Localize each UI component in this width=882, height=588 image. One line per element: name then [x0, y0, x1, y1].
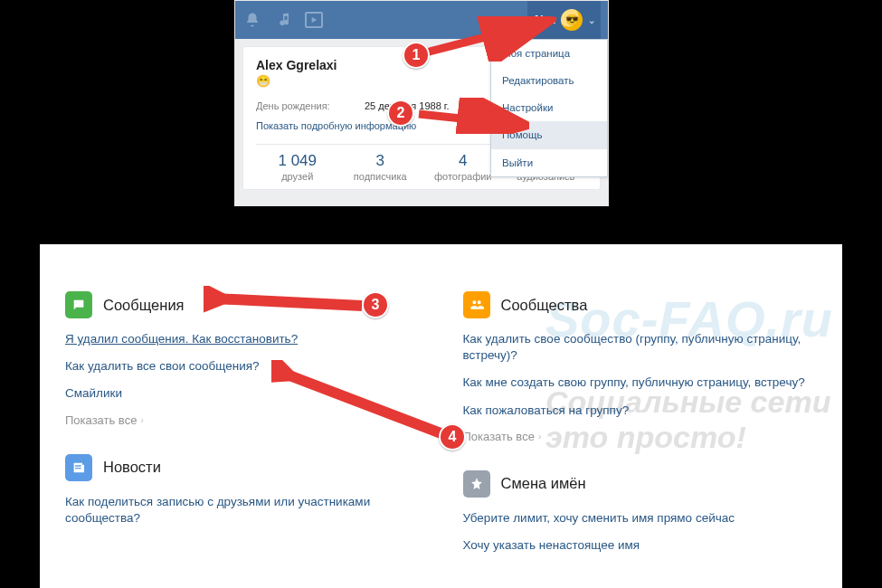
communities-link-3[interactable]: Как пожаловаться на группу? — [463, 403, 825, 419]
names-link-1[interactable]: Уберите лимит, хочу сменить имя прямо се… — [463, 510, 825, 526]
dropdown-my-page[interactable]: Моя страница — [491, 40, 607, 67]
chevron-right-icon: › — [140, 415, 143, 425]
messages-link-1[interactable]: Я удалил сообщения. Как восстановить? — [65, 331, 427, 347]
communities-link-2[interactable]: Как мне создать свою группу, публичную с… — [463, 375, 825, 391]
chevron-right-icon: › — [538, 432, 541, 441]
help-panel: Soc-FAQ.ru Социальные сети это просто! С… — [40, 244, 842, 588]
messages-link-3[interactable]: Смайлики — [65, 385, 427, 402]
annotation-badge-2: 2 — [387, 100, 414, 127]
annotation-badge-1: 1 — [403, 42, 430, 69]
names-link-2[interactable]: Хочу указать ненастоящее имя — [463, 537, 825, 554]
stat-friends[interactable]: 1 049 друзей — [256, 152, 339, 182]
vk-top-bar: Alex 😎 ⌄ — [235, 1, 608, 39]
user-menu-trigger[interactable]: Alex 😎 ⌄ — [527, 1, 601, 39]
user-name: Alex — [533, 14, 555, 26]
user-dropdown: Моя страница Редактировать Настройки Пом… — [490, 39, 608, 177]
news-icon — [65, 454, 92, 481]
communities-show-all[interactable]: Показать все› — [463, 430, 825, 443]
communities-icon — [463, 291, 490, 318]
dropdown-logout[interactable]: Выйти — [491, 149, 607, 176]
messages-link-2[interactable]: Как удалить все свои сообщения? — [65, 358, 427, 375]
category-names-title: Смена имён — [501, 475, 586, 492]
category-messages-title: Сообщения — [103, 297, 185, 314]
category-news-title: Новости — [103, 459, 161, 476]
news-link-1[interactable]: Как поделиться записью с друзьями или уч… — [65, 494, 427, 526]
annotation-badge-4: 4 — [439, 423, 466, 450]
video-play-icon[interactable] — [304, 10, 324, 30]
messages-show-all[interactable]: Показать все› — [65, 413, 427, 427]
avatar: 😎 — [561, 9, 583, 31]
dropdown-settings[interactable]: Настройки — [491, 94, 607, 121]
category-communities-header: Сообщества — [463, 291, 825, 318]
messages-icon — [65, 291, 92, 318]
music-icon[interactable] — [273, 10, 293, 30]
stat-followers[interactable]: 3 подписчика — [339, 152, 422, 182]
chevron-down-icon: ⌄ — [588, 15, 595, 25]
star-icon — [463, 470, 490, 498]
vk-profile-panel: Alex 😎 ⌄ Alex Ggrelaxi 😁 День рождения: … — [234, 0, 609, 206]
category-communities-title: Сообщества — [501, 297, 588, 314]
notifications-icon[interactable] — [242, 10, 262, 30]
annotation-badge-3: 3 — [362, 291, 389, 318]
category-names-header: Смена имён — [463, 470, 825, 498]
category-news-header: Новости — [65, 454, 427, 481]
birthday-label: День рождения: — [256, 100, 365, 111]
dropdown-edit[interactable]: Редактировать — [491, 67, 607, 94]
communities-link-1[interactable]: Как удалить свое сообщество (группу, пуб… — [463, 331, 825, 364]
dropdown-help[interactable]: Помощь — [491, 121, 607, 148]
